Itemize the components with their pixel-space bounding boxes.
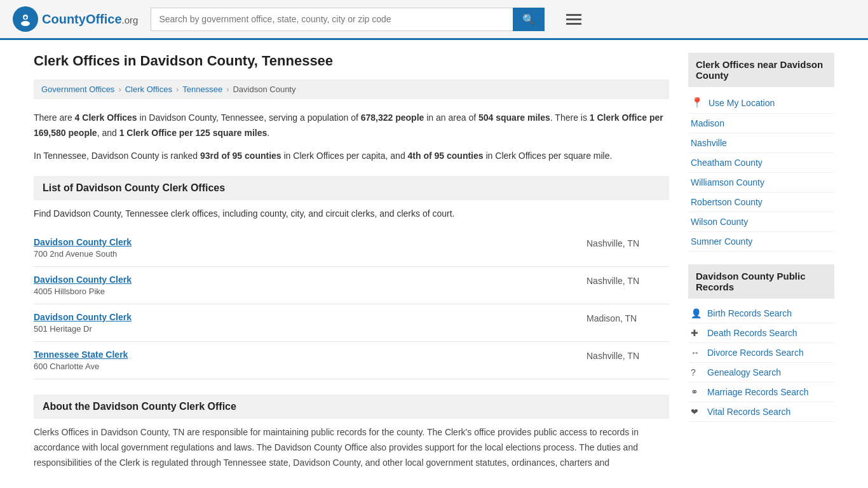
table-row: Davidson County Clerk 501 Heritage Dr Ma… [34, 304, 669, 342]
site-header: ✦ CountyOffice.org 🔍 [0, 0, 868, 40]
about-text: Clerks Offices in Davidson County, TN ar… [34, 425, 669, 470]
menu-line-1 [566, 14, 581, 16]
office-name[interactable]: Davidson County Clerk [34, 237, 587, 247]
nearby-link[interactable]: Cheatham County [688, 153, 834, 173]
office-name[interactable]: Tennessee State Clerk [34, 349, 587, 360]
public-records-links: 👤Birth Records Search✚Death Records Sear… [688, 304, 834, 422]
table-row: Davidson County Clerk 700 2nd Avenue Sou… [34, 229, 669, 267]
breadcrumb-item-gov[interactable]: Government Offices [41, 85, 114, 94]
office-name[interactable]: Davidson County Clerk [34, 274, 587, 285]
breadcrumb-item-clerk[interactable]: Clerk Offices [125, 85, 172, 94]
office-address: 501 Heritage Dr [34, 324, 587, 334]
menu-button[interactable] [564, 11, 584, 27]
office-info: Davidson County Clerk 4005 Hillsboro Pik… [34, 274, 587, 296]
public-records-section: Davidson County Public Records 👤Birth Re… [688, 264, 834, 422]
public-records-link[interactable]: ❤Vital Records Search [688, 402, 834, 422]
table-row: Davidson County Clerk 4005 Hillsboro Pik… [34, 267, 669, 304]
sidebar: Clerk Offices near Davidson County 📍 Use… [688, 53, 834, 471]
public-records-link[interactable]: ⚭Marriage Records Search [688, 383, 834, 402]
record-label: Vital Records Search [707, 407, 790, 417]
nearby-link[interactable]: Nashville [688, 133, 834, 153]
record-icon: 👤 [691, 308, 702, 318]
nearby-link[interactable]: Madison [688, 114, 834, 133]
office-info: Davidson County Clerk 501 Heritage Dr [34, 312, 587, 334]
public-records-link[interactable]: ↔Divorce Records Search [688, 343, 834, 363]
office-city: Nashville, TN [587, 349, 669, 361]
record-icon: ❤ [691, 407, 702, 417]
record-icon: ⚭ [691, 387, 702, 397]
menu-line-2 [566, 18, 581, 20]
breadcrumb-item-county: Davidson County [233, 85, 295, 94]
main-content: Clerk Offices in Davidson County, Tennes… [34, 53, 669, 471]
office-address: 700 2nd Avenue South [34, 249, 587, 259]
nearby-links: MadisonNashvilleCheatham CountyWilliamso… [688, 114, 834, 252]
table-row: Tennessee State Clerk 600 Charlotte Ave … [34, 342, 669, 379]
logo-text: CountyOffice.org [42, 12, 138, 27]
location-icon: 📍 [691, 97, 703, 109]
info-paragraph-1: There are 4 Clerk Offices in Davidson Co… [34, 111, 669, 141]
record-label: Genealogy Search [707, 367, 781, 377]
nearby-link[interactable]: Robertson County [688, 193, 834, 212]
office-list: Davidson County Clerk 700 2nd Avenue Sou… [34, 229, 669, 379]
record-label: Birth Records Search [707, 308, 792, 318]
office-address: 600 Charlotte Ave [34, 362, 587, 371]
office-name[interactable]: Davidson County Clerk [34, 312, 587, 322]
svg-text:✦: ✦ [23, 15, 28, 21]
office-info: Davidson County Clerk 700 2nd Avenue Sou… [34, 237, 587, 259]
record-icon: ✚ [691, 328, 702, 338]
office-city: Nashville, TN [587, 274, 669, 286]
record-icon: ↔ [691, 348, 702, 358]
breadcrumb-item-state[interactable]: Tennessee [182, 85, 222, 94]
record-icon: ? [691, 367, 702, 377]
nearby-link[interactable]: Williamson County [688, 173, 834, 193]
use-my-location-label: Use My Location [709, 98, 775, 108]
logo[interactable]: ✦ CountyOffice.org [13, 6, 138, 32]
search-area: 🔍 [151, 8, 545, 31]
breadcrumb: Government Offices › Clerk Offices › Ten… [34, 79, 669, 99]
page-container: Clerk Offices in Davidson County, Tennes… [21, 40, 847, 484]
svg-point-2 [21, 21, 30, 26]
record-label: Divorce Records Search [707, 348, 804, 358]
logo-icon: ✦ [13, 6, 38, 32]
office-info: Tennessee State Clerk 600 Charlotte Ave [34, 349, 587, 371]
record-label: Death Records Search [707, 328, 797, 338]
info-paragraph-2: In Tennessee, Davidson County is ranked … [34, 149, 669, 164]
list-section-description: Find Davidson County, Tennessee clerk of… [34, 207, 669, 222]
nearby-link[interactable]: Wilson County [688, 212, 834, 232]
public-records-link[interactable]: ?Genealogy Search [688, 363, 834, 383]
list-section-header: List of Davidson County Clerk Offices [34, 176, 669, 200]
nearby-section-title: Clerk Offices near Davidson County [688, 53, 834, 87]
public-records-link[interactable]: 👤Birth Records Search [688, 304, 834, 323]
nearby-section: Clerk Offices near Davidson County 📍 Use… [688, 53, 834, 252]
record-label: Marriage Records Search [707, 387, 809, 397]
search-button[interactable]: 🔍 [513, 8, 545, 31]
about-section-header: About the Davidson County Clerk Office [34, 395, 669, 419]
menu-line-3 [566, 23, 581, 25]
use-my-location-link[interactable]: 📍 Use My Location [688, 92, 834, 114]
public-records-title: Davidson County Public Records [688, 264, 834, 299]
public-records-link[interactable]: ✚Death Records Search [688, 323, 834, 343]
office-address: 4005 Hillsboro Pike [34, 287, 587, 296]
page-title: Clerk Offices in Davidson County, Tennes… [34, 53, 669, 69]
search-input[interactable] [151, 8, 513, 31]
nearby-link[interactable]: Sumner County [688, 232, 834, 252]
office-city: Madison, TN [587, 312, 669, 323]
office-city: Nashville, TN [587, 237, 669, 248]
